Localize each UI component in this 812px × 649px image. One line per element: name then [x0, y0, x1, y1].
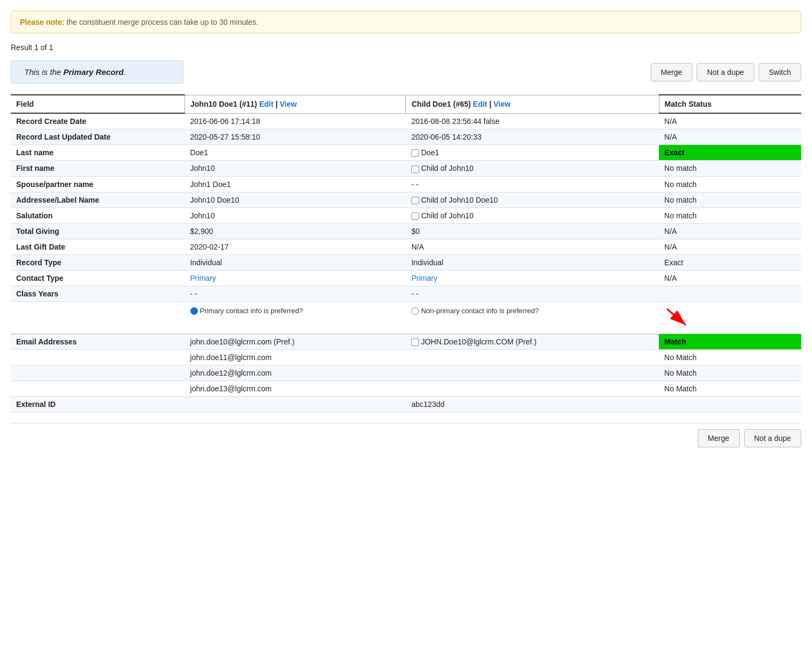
cell-match: No match [659, 161, 801, 176]
cell-match [659, 286, 801, 302]
cell-primary: - - [185, 286, 406, 302]
primary-label-bold: Primary Record [64, 67, 124, 77]
cell-child-email: JOHN.Doe10@lglcrm.COM (Pref.) [406, 334, 659, 350]
cell-primary: 2016-06-06 17:14:18 [185, 113, 406, 129]
merge-button-top[interactable]: Merge [651, 63, 693, 81]
notice-banner: Please note: the constituent merge proce… [11, 11, 801, 33]
primary-label-prefix: This is the [24, 67, 64, 77]
table-row: john.doe12@lglcrm.comNo Match [11, 365, 801, 381]
cell-primary-email: john.doe10@lglcrm.com (Pref.) [185, 334, 406, 350]
cell-child-email [406, 381, 659, 397]
cell-field: Total Giving [11, 224, 185, 239]
child-radio[interactable] [411, 307, 419, 315]
cell-match: Exact [659, 255, 801, 271]
cell-pref-primary: Primary contact info is preferred? [185, 302, 406, 334]
table-row: Contact TypePrimaryPrimaryN/A [11, 271, 801, 286]
cell-field: External ID [11, 397, 185, 412]
table-row: Total Giving$2,900$0N/A [11, 224, 801, 239]
cell-pref-child: Non-primary contact info is preferred? [406, 302, 659, 334]
table-row: Record TypeIndividualIndividualExact [11, 255, 801, 271]
not-a-dupe-button-top[interactable]: Not a dupe [697, 63, 754, 81]
table-row: SalutationJohn10Child of John10No match [11, 208, 801, 223]
cell-primary: 2020-02-17 [185, 239, 406, 255]
contact-type-primary-link[interactable]: Primary [190, 274, 216, 282]
cell-primary: Doe1 [185, 145, 406, 161]
cell-child: Individual [406, 255, 659, 271]
cell-primary: 2020-05-27 15:58:10 [185, 129, 406, 145]
cell-primary: Primary [185, 271, 406, 286]
table-row: External IDabc123dd [11, 397, 801, 412]
not-a-dupe-button-bottom[interactable]: Not a dupe [744, 429, 802, 447]
cell-child-email [406, 350, 659, 365]
table-body: Record Create Date2016-06-06 17:14:18201… [11, 113, 801, 412]
cell-child: Child of John10 Doe10 [406, 192, 659, 208]
col-header-child: Child Doe1 (#65) Edit | View [406, 95, 659, 113]
cell-child: - - [406, 176, 659, 192]
primary-edit-link[interactable]: Edit [259, 100, 273, 108]
pipe1: | [276, 100, 280, 108]
primary-radio[interactable] [190, 307, 198, 315]
cell-field: Addressee/Label Name [11, 192, 185, 208]
cell-match-email: No Match [659, 365, 801, 381]
cell-match-email: No Match [659, 381, 801, 397]
table-header-row: Field John10 Doe1 (#11) Edit | View Chil… [11, 95, 801, 113]
cell-primary-email: john.doe11@lglcrm.com [185, 350, 406, 365]
primary-record-bar: This is the Primary Record. Merge Not a … [11, 60, 801, 84]
cell-primary: John10 [185, 161, 406, 176]
child-email-checkbox[interactable] [411, 339, 419, 346]
cell-match: No match [659, 192, 801, 208]
contact-type-child-link[interactable]: Primary [411, 274, 437, 282]
cell-child: 2016-08-08 23:56:44 false [406, 113, 659, 129]
action-buttons: Merge Not a dupe Switch [651, 63, 801, 81]
cell-match: N/A [659, 271, 801, 286]
switch-button[interactable]: Switch [759, 63, 801, 81]
notice-text: the constituent merge process can take u… [66, 18, 258, 26]
table-row: Spouse/partner nameJohn1 Doe1- -No match [11, 176, 801, 192]
cell-primary-email: john.doe13@lglcrm.com [185, 381, 406, 397]
child-view-link[interactable]: View [493, 100, 511, 108]
cell-child: Child of John10 [406, 208, 659, 223]
cell-pref-empty [11, 302, 185, 334]
primary-pref-text: Primary contact info is preferred? [200, 307, 303, 315]
child-checkbox[interactable] [411, 212, 419, 220]
cell-field: Record Create Date [11, 113, 185, 129]
child-checkbox[interactable] [411, 197, 419, 204]
table-row: Addressee/Label NameJohn10 Doe10Child of… [11, 192, 801, 208]
child-edit-link[interactable]: Edit [473, 100, 487, 108]
svg-line-1 [667, 309, 686, 325]
cell-child: $0 [406, 224, 659, 239]
cell-primary: Individual [185, 255, 406, 271]
cell-arrow [659, 302, 801, 334]
col-header-field: Field [11, 95, 185, 113]
table-row: First nameJohn10Child of John10No match [11, 161, 801, 176]
child-name: Child Doe1 (#65) [411, 100, 471, 108]
col-header-primary: John10 Doe1 (#11) Edit | View [185, 95, 406, 113]
table-row: Class Years- -- - [11, 286, 801, 302]
cell-child: Primary [406, 271, 659, 286]
cell-child-ext: abc123dd [406, 397, 659, 412]
child-pref-text: Non-primary contact info is preferred? [421, 307, 539, 315]
cell-field: Record Type [11, 255, 185, 271]
bottom-buttons: Merge Not a dupe [11, 423, 801, 447]
cell-field: First name [11, 161, 185, 176]
cell-match-email: Match [659, 334, 801, 350]
cell-field: Last name [11, 145, 185, 161]
cell-primary: John1 Doe1 [185, 176, 406, 192]
merge-button-bottom[interactable]: Merge [698, 429, 740, 447]
cell-match: No match [659, 208, 801, 223]
cell-primary-ext [185, 397, 406, 412]
child-checkbox[interactable] [411, 165, 419, 173]
cell-match: N/A [659, 129, 801, 145]
cell-field: Class Years [11, 286, 185, 302]
table-row: Record Create Date2016-06-06 17:14:18201… [11, 113, 801, 129]
cell-child: 2020-06-05 14:20:33 [406, 129, 659, 145]
primary-view-link[interactable]: View [280, 100, 297, 108]
child-checkbox[interactable] [411, 149, 419, 157]
cell-field [11, 381, 185, 397]
cell-field: Email Addresses [11, 334, 185, 350]
cell-field [11, 365, 185, 381]
cell-child: Child of John10 [406, 161, 659, 176]
primary-label-suffix: . [123, 67, 126, 77]
cell-match: N/A [659, 113, 801, 129]
primary-record-label: This is the Primary Record. [11, 60, 183, 84]
